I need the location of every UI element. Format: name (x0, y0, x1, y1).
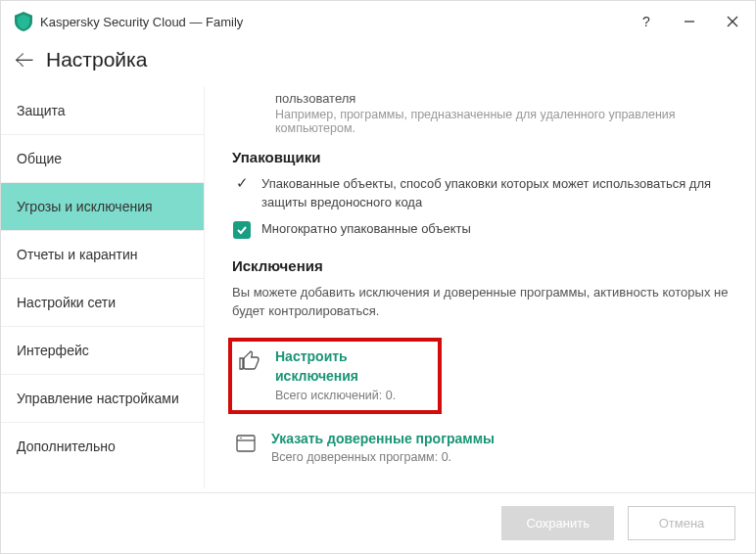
exclusions-section-title: Исключения (232, 257, 733, 274)
sidebar-item-manage-settings[interactable]: Управление настройками (1, 375, 204, 423)
sidebar-item-interface[interactable]: Интерфейс (1, 327, 204, 375)
save-button[interactable]: Сохранить (501, 506, 614, 540)
configure-exclusions-sub: Всего исключений: 0. (275, 389, 426, 402)
window-icon (234, 432, 258, 455)
svg-point-5 (240, 437, 242, 439)
help-icon[interactable]: ? (638, 13, 655, 30)
main-panel: пользователя Например, программы, предна… (205, 87, 755, 488)
trusted-programs-block[interactable]: Указать доверенные программы Всего довер… (232, 424, 733, 471)
configure-exclusions-block[interactable]: Настроить исключения Всего исключений: 0… (228, 338, 442, 413)
sidebar-item-reports-quarantine[interactable]: Отчеты и карантин (1, 231, 204, 279)
sidebar-item-threats-exclusions[interactable]: Угрозы и исключения (1, 183, 204, 231)
packers-section-title: Упаковщики (232, 149, 733, 165)
exclusions-desc-text: Вы можете добавить исключения и доверенн… (232, 284, 733, 321)
close-icon[interactable] (724, 13, 741, 30)
packers-item1-text: Упакованные объекты, способ упаковки кот… (261, 175, 733, 212)
cancel-button[interactable]: Отмена (628, 506, 735, 540)
svg-rect-3 (237, 436, 255, 451)
sidebar-item-protection[interactable]: Защита (1, 87, 204, 135)
sidebar-item-additional[interactable]: Дополнительно (1, 423, 204, 470)
packers-item2-text: Многократно упакованные объекты (261, 220, 733, 239)
checkbox-checked-icon[interactable] (232, 220, 252, 240)
thumbs-up-icon (238, 349, 261, 373)
minimize-icon[interactable] (681, 13, 698, 30)
sidebar-item-general[interactable]: Общие (1, 135, 204, 183)
footer: Сохранить Отмена (1, 492, 755, 553)
user-hint-text: Например, программы, предназначенные для… (275, 108, 733, 135)
user-line-text: пользователя (275, 91, 733, 106)
sidebar: Защита Общие Угрозы и исключения Отчеты … (1, 87, 205, 488)
trusted-programs-sub: Всего доверенных программ: 0. (271, 450, 495, 464)
titlebar: Kaspersky Security Cloud — Family ? (1, 1, 755, 42)
checkmark-icon[interactable]: ✓ (232, 173, 252, 193)
page-title: Настройка (46, 48, 147, 71)
kaspersky-logo-icon (15, 12, 32, 31)
back-arrow-icon[interactable]: 🡠 (15, 49, 34, 71)
window-title: Kaspersky Security Cloud — Family (40, 15, 638, 29)
configure-exclusions-link[interactable]: Настроить исключения (275, 347, 426, 386)
sidebar-item-network[interactable]: Настройки сети (1, 279, 204, 327)
page-header: 🡠 Настройка (1, 42, 755, 87)
trusted-programs-link[interactable]: Указать доверенные программы (271, 430, 495, 449)
